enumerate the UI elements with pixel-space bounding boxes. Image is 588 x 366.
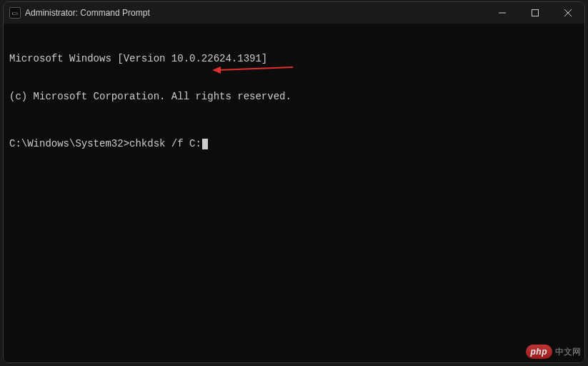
window-title: Administrator: Command Prompt [25,8,486,18]
command-prompt-window: C:\ Administrator: Command Prompt Micros… [3,1,585,363]
close-button[interactable] [552,2,584,24]
terminal-output-line: Microsoft Windows [Version 10.0.22624.13… [9,53,579,66]
terminal-output-line: (c) Microsoft Corporation. All rights re… [9,91,579,104]
terminal-prompt: C:\Windows\System32> [9,138,129,149]
app-icon: C:\ [9,7,21,19]
svg-line-5 [218,67,293,70]
window-controls [486,2,584,24]
watermark-badge: php [526,345,553,359]
terminal-body[interactable]: Microsoft Windows [Version 10.0.22624.13… [4,24,584,362]
cursor-icon [202,139,208,149]
svg-marker-6 [212,66,221,74]
titlebar[interactable]: C:\ Administrator: Command Prompt [4,2,584,24]
watermark: php 中文网 [526,345,582,359]
terminal-prompt-line: C:\Windows\System32>chkdsk /f C: [9,138,579,151]
svg-rect-2 [532,10,539,16]
svg-text:C:\: C:\ [12,11,19,16]
minimize-button[interactable] [486,2,519,24]
maximize-button[interactable] [519,2,552,24]
terminal-command: chkdsk /f C: [129,138,201,149]
watermark-text: 中文网 [555,346,581,358]
